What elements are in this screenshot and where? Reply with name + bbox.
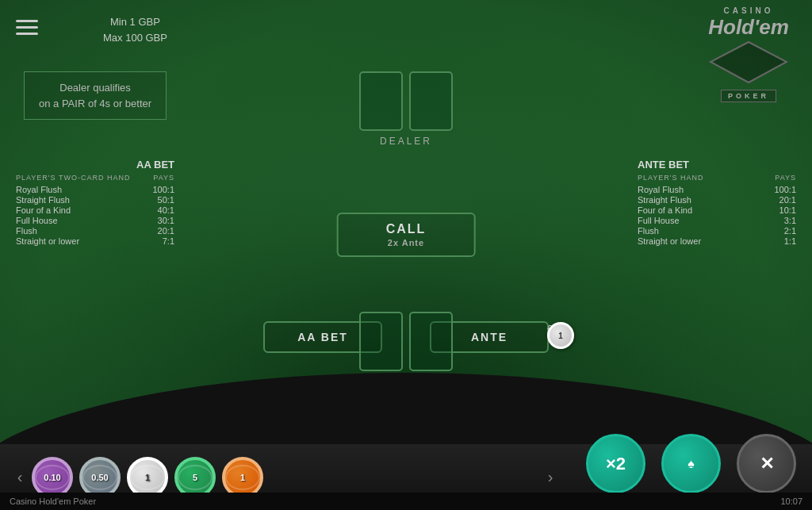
dealer-card-1 bbox=[359, 71, 403, 131]
player-cards bbox=[359, 312, 453, 371]
call-area[interactable]: CALL 2x Ante bbox=[337, 213, 476, 257]
chip-5[interactable]: 5 bbox=[174, 457, 216, 498]
dealer-area: DEALER bbox=[359, 71, 453, 147]
status-bar: Casino Hold'em Poker 10:07 bbox=[0, 493, 812, 510]
ante-pays-0: 100:1 bbox=[764, 185, 796, 194]
aa-row-5: Straight or lower 7:1 bbox=[16, 236, 174, 246]
logo-casino: CASINO bbox=[697, 6, 800, 15]
aa-row-3: Full House 30:1 bbox=[16, 216, 174, 225]
chip-tray-left-arrow[interactable]: ‹ bbox=[8, 466, 32, 489]
aa-pays-3: 30:1 bbox=[143, 216, 174, 225]
aa-hand-1: Straight Flush bbox=[16, 195, 70, 205]
ante-pays-4: 2:1 bbox=[764, 226, 796, 236]
chip-010-value: 0.10 bbox=[44, 473, 60, 482]
ante-pays-5: 1:1 bbox=[764, 236, 796, 246]
aa-row-1: Straight Flush 50:1 bbox=[16, 195, 174, 205]
deal-icon: ♠ bbox=[688, 457, 695, 471]
ante-hand-4: Flush bbox=[638, 226, 659, 236]
aa-pays-1: 50:1 bbox=[143, 195, 174, 205]
ante-pays-1: 20:1 bbox=[764, 195, 796, 205]
ante-header-hand: PLAYER'S HAND bbox=[638, 174, 704, 182]
player-label: PLAYER bbox=[359, 378, 453, 389]
ante-hand-0: Royal Flush bbox=[638, 185, 684, 194]
double-bet-icon: ×2 bbox=[606, 455, 626, 473]
ante-hand-5: Straight or lower bbox=[638, 236, 701, 246]
menu-button[interactable] bbox=[16, 16, 38, 39]
aa-header-pays: PAYS bbox=[153, 174, 174, 182]
clear-bets-button[interactable]: ✕ bbox=[737, 434, 796, 493]
ante-hand-3: Full House bbox=[638, 216, 680, 225]
double-bet-button[interactable]: ×2 bbox=[586, 434, 645, 493]
ante-row-4: Flush 2:1 bbox=[638, 226, 796, 236]
aa-hand-5: Straight or lower bbox=[16, 236, 79, 246]
chip-10-value: 1 bbox=[240, 473, 245, 482]
pay-table-ante-title: ANTE BET bbox=[638, 159, 796, 171]
ante-chip-stack: 1 £1 bbox=[547, 322, 557, 335]
logo-holdem: Hold'em bbox=[697, 17, 800, 37]
dealer-card-2 bbox=[409, 71, 453, 131]
ante-chip-value: 1 bbox=[558, 332, 563, 340]
aa-pays-0: 100:1 bbox=[143, 185, 174, 194]
ante-row-1: Straight Flush 20:1 bbox=[638, 195, 796, 205]
ante-row-0: Royal Flush 100:1 bbox=[638, 185, 796, 194]
aa-pays-2: 40:1 bbox=[143, 205, 174, 215]
chip-050[interactable]: 0.50 bbox=[79, 457, 121, 498]
chip-tray-right-arrow[interactable]: › bbox=[538, 466, 562, 489]
call-button[interactable]: CALL 2x Ante bbox=[337, 213, 476, 257]
player-area: PLAYER bbox=[359, 307, 453, 389]
logo-poker: POKER bbox=[721, 90, 776, 102]
clear-bets-icon: ✕ bbox=[760, 455, 774, 473]
app-time: 10:07 bbox=[780, 497, 802, 506]
pay-table-aa: AA BET PLAYER'S TWO-CARD HAND PAYS Royal… bbox=[16, 159, 174, 247]
chip-050-value: 0.50 bbox=[91, 473, 108, 482]
pay-table-ante-header: PLAYER'S HAND PAYS bbox=[638, 174, 796, 182]
dealer-label: DEALER bbox=[359, 136, 453, 147]
aa-row-2: Four of a Kind 40:1 bbox=[16, 205, 174, 215]
chip-5-value: 5 bbox=[193, 473, 197, 482]
pay-table-ante: ANTE BET PLAYER'S HAND PAYS Royal Flush … bbox=[638, 159, 796, 247]
player-card-2 bbox=[409, 312, 453, 371]
ante-pays-3: 3:1 bbox=[764, 216, 796, 225]
logo-diamond-icon bbox=[709, 40, 788, 84]
ante-row-2: Four of a Kind 10:1 bbox=[638, 205, 796, 215]
right-chevron-icon: › bbox=[548, 468, 553, 486]
dealer-notice: Dealer qualifies on a PAIR of 4s or bett… bbox=[24, 71, 167, 120]
min-bet: Min 1 GBP bbox=[103, 14, 167, 30]
svg-marker-0 bbox=[710, 42, 787, 82]
deal-button[interactable]: ♠ bbox=[661, 434, 721, 493]
app-title: Casino Hold'em Poker bbox=[10, 497, 96, 506]
pay-table-aa-header: PLAYER'S TWO-CARD HAND PAYS bbox=[16, 174, 174, 182]
aa-hand-0: Royal Flush bbox=[16, 185, 62, 194]
dealer-cards bbox=[359, 71, 453, 131]
chip-tray: 0.10 0.50 1 5 1 bbox=[32, 457, 538, 498]
chip-10[interactable]: 1 bbox=[222, 457, 263, 498]
game-table: Min 1 GBP Max 100 GBP CASINO Hold'em POK… bbox=[0, 0, 812, 444]
call-sub-label: 2x Ante bbox=[386, 238, 427, 247]
aa-pays-5: 7:1 bbox=[143, 236, 174, 246]
ante-header-pays: PAYS bbox=[775, 174, 796, 182]
notice-line1: Dealer qualifies bbox=[59, 82, 131, 94]
game-logo: CASINO Hold'em POKER bbox=[697, 6, 800, 102]
ante-chip: 1 bbox=[547, 322, 574, 349]
ante-pays-2: 10:1 bbox=[764, 205, 796, 215]
aa-row-0: Royal Flush 100:1 bbox=[16, 185, 174, 194]
chip-010[interactable]: 0.10 bbox=[32, 457, 73, 498]
ante-hand-2: Four of a Kind bbox=[638, 205, 692, 215]
bet-limits: Min 1 GBP Max 100 GBP bbox=[103, 14, 167, 45]
chip-1[interactable]: 1 bbox=[127, 457, 168, 498]
aa-header-hand: PLAYER'S TWO-CARD HAND bbox=[16, 174, 130, 182]
left-chevron-icon: ‹ bbox=[17, 468, 23, 486]
player-card-1 bbox=[359, 312, 403, 371]
chip-1-value: 1 bbox=[145, 473, 150, 482]
ante-row-5: Straight or lower 1:1 bbox=[638, 236, 796, 246]
aa-hand-3: Full House bbox=[16, 216, 58, 225]
aa-row-4: Flush 20:1 bbox=[16, 226, 174, 236]
aa-pays-4: 20:1 bbox=[143, 226, 174, 236]
notice-line2: on a PAIR of 4s or better bbox=[39, 98, 151, 109]
aa-hand-2: Four of a Kind bbox=[16, 205, 71, 215]
call-label: CALL bbox=[386, 222, 427, 236]
pay-table-aa-title: AA BET bbox=[16, 159, 174, 171]
ante-row-3: Full House 3:1 bbox=[638, 216, 796, 225]
max-bet: Max 100 GBP bbox=[103, 30, 167, 46]
ante-hand-1: Straight Flush bbox=[638, 195, 691, 205]
